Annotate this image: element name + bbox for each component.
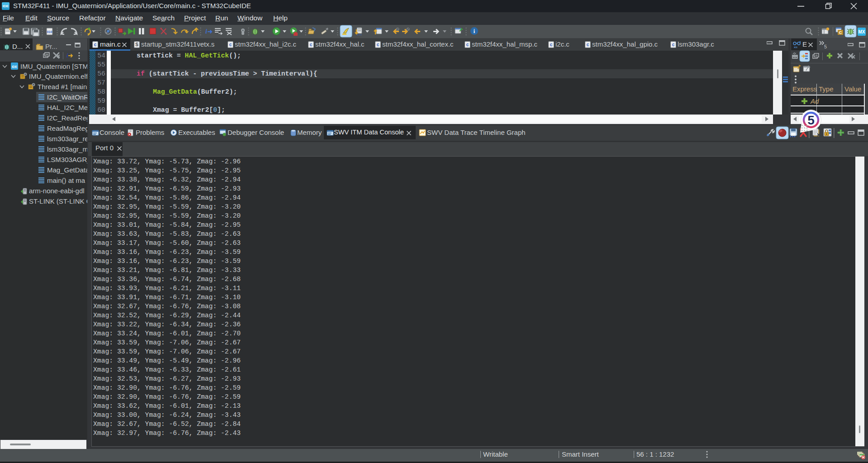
svg-text:ST-LINK (ST-LINK G: ST-LINK (ST-LINK G (29, 197, 87, 205)
svg-text:MX: MX (859, 29, 865, 34)
svg-text:lsm303agr_m: lsm303agr_m (47, 145, 87, 153)
svg-text:5: 5 (807, 113, 815, 127)
svg-text:main() at ma: main() at ma (47, 177, 85, 184)
svg-text:i: i (66, 52, 68, 59)
svg-text:D...: D... (12, 43, 23, 50)
svg-text:arm-none-eabi-gdl: arm-none-eabi-gdl (29, 187, 85, 195)
svg-text:I2C_ReadReg: I2C_ReadReg (47, 114, 87, 122)
svg-text:I2C_WaitOnR: I2C_WaitOnR (47, 93, 87, 101)
svg-text:lsm303agr_re: lsm303agr_re (47, 135, 87, 143)
svg-text:IMU_Quaternion.elf: IMU_Quaternion.elf (29, 72, 87, 80)
svg-text:×=: ×= (794, 46, 797, 49)
svg-text:IDE: IDE (12, 65, 17, 68)
svg-text:HAL_I2C_Mer: HAL_I2C_Mer (47, 104, 87, 111)
svg-text:Pr...: Pr... (45, 43, 57, 50)
svg-text:IMU_Quaternion [STM: IMU_Quaternion [STM (20, 62, 87, 70)
svg-text:i: i (205, 28, 207, 35)
svg-text:ReadMagReg: ReadMagReg (47, 124, 87, 132)
svg-text:Mag_GetData: Mag_GetData (47, 166, 87, 174)
svg-text:5: 5 (824, 44, 827, 49)
svg-text:010: 010 (47, 30, 52, 33)
svg-text:Thread #1 [main: Thread #1 [main (38, 83, 87, 91)
svg-text:C: C (839, 30, 842, 35)
svg-text:LSM303AGR_: LSM303AGR_ (47, 156, 87, 163)
